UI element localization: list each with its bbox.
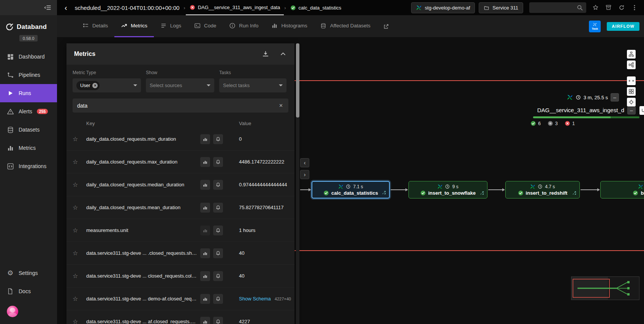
fit-width-icon[interactable] xyxy=(627,76,636,85)
collapse-left-icon[interactable]: ‹ xyxy=(300,158,309,167)
row-actions xyxy=(200,226,234,235)
metric-chart-button[interactable] xyxy=(200,317,210,324)
favorite-star-icon[interactable]: ☆ xyxy=(73,272,86,280)
favorite-star-icon[interactable]: ☆ xyxy=(73,158,86,165)
metric-alert-bell-button[interactable] xyxy=(213,226,223,235)
tasks-select[interactable]: Select tasks xyxy=(219,78,286,92)
metric-chart-button[interactable] xyxy=(200,157,210,167)
branch-icon xyxy=(381,190,386,195)
graph-minimap[interactable] xyxy=(571,276,639,300)
sidebar-item-docs[interactable]: Docs xyxy=(0,282,57,300)
metric-chart-button[interactable] xyxy=(200,180,210,190)
expand-right-icon[interactable]: › xyxy=(300,170,309,179)
global-search-input[interactable] xyxy=(532,5,574,11)
collapse-group-button[interactable]: – xyxy=(611,93,619,102)
airflow-badge-label: AIRFLOW xyxy=(612,24,635,29)
breadcrumb-dag[interactable]: DAG__service_311_aws_ingest_data xyxy=(186,0,284,15)
breadcrumb-run[interactable]: scheduled__2022-01-04T01:00:00+00:00 xyxy=(71,0,184,15)
tab-logs[interactable]: Logs xyxy=(154,15,188,37)
tab-run-info[interactable]: Run Info xyxy=(223,15,265,37)
metric-alert-bell-button[interactable] xyxy=(213,157,223,167)
scrollbar-thumb[interactable] xyxy=(296,43,299,118)
value-column-header: Value xyxy=(234,121,288,126)
favorite-star-icon[interactable]: ☆ xyxy=(73,181,86,188)
sidebar-item-integrations[interactable]: Integrations xyxy=(0,157,57,175)
refresh-icon[interactable] xyxy=(618,4,625,11)
metrics-search-field[interactable]: ✕ xyxy=(73,98,288,113)
metric-alert-bell-button[interactable] xyxy=(213,203,223,213)
menu-collapse-icon[interactable] xyxy=(44,4,52,11)
info-circle-icon xyxy=(229,22,236,29)
grid-view-icon[interactable] xyxy=(627,87,636,96)
dag-group-title[interactable]: DAG__service_311_aws_ingest_d xyxy=(537,107,624,113)
metric-row: ☆ data.service311.stg-deve ... af.closed… xyxy=(66,310,294,324)
project-button[interactable]: Service 311 xyxy=(479,2,523,13)
metric-type-select[interactable]: User ✕ xyxy=(73,78,141,92)
task-node-insert-to-redshift[interactable]: 4.7 s insert_to_redshift xyxy=(505,181,580,199)
chip-clear-icon[interactable]: ✕ xyxy=(92,83,98,88)
tab-histograms[interactable]: Histograms xyxy=(265,15,313,37)
airflow-task-badge[interactable]: Task xyxy=(589,21,601,32)
archive-box-icon[interactable] xyxy=(605,4,612,11)
breadcrumb-task[interactable]: calc_data_statistics xyxy=(286,0,345,15)
metric-alert-bell-button[interactable] xyxy=(213,248,223,258)
sidebar-item-settings[interactable]: ⚙ Settings xyxy=(0,264,57,282)
panel-scrollbar[interactable] xyxy=(296,43,299,324)
task-node-calc-data-statistics[interactable]: 7.1 s calc_data_statistics xyxy=(312,181,390,199)
metric-alert-bell-button[interactable] xyxy=(213,317,223,324)
metrics-search-input[interactable] xyxy=(77,103,278,109)
search-icon[interactable] xyxy=(576,4,583,11)
sources-select[interactable]: Select sources xyxy=(146,78,214,92)
edge-1-2 xyxy=(391,189,406,190)
kebab-menu-icon[interactable] xyxy=(631,4,638,11)
metric-chart-button[interactable] xyxy=(200,248,210,258)
user-avatar[interactable] xyxy=(7,306,18,317)
favorite-star-icon[interactable]: ☆ xyxy=(73,295,86,302)
tab-details[interactable]: Details xyxy=(76,15,114,37)
expand-corner-icon[interactable] xyxy=(639,106,644,115)
chevron-up-icon[interactable] xyxy=(279,50,287,58)
metric-alert-bell-button[interactable] xyxy=(213,180,223,190)
download-icon[interactable] xyxy=(262,50,269,58)
sidebar-item-datasets[interactable]: Datasets xyxy=(0,121,57,139)
task-node-insert-to-snowflake[interactable]: 9 s insert_to_snowflake xyxy=(408,181,487,199)
collapse-dag-button[interactable]: – xyxy=(627,106,636,114)
back-button[interactable]: ‹ xyxy=(61,0,71,15)
layout-horizontal-icon[interactable] xyxy=(627,60,636,69)
error-circle-icon xyxy=(190,5,195,10)
sidebar-item-dashboard[interactable]: Dashboard xyxy=(0,48,57,66)
sidebar-item-runs[interactable]: Runs xyxy=(0,84,57,102)
alerts-warning-icon xyxy=(6,108,14,115)
tab-metrics[interactable]: Metrics xyxy=(114,15,154,37)
environment-button[interactable]: stg-develop-demo-af xyxy=(411,2,475,13)
sidebar-item-pipelines[interactable]: Pipelines xyxy=(0,66,57,84)
show-schema-link[interactable]: Show Schema xyxy=(239,296,271,302)
metric-chart-button[interactable] xyxy=(200,203,210,213)
tab-affected-datasets[interactable]: Affected Datasets xyxy=(314,15,377,37)
clear-search-icon[interactable]: ✕ xyxy=(278,103,284,108)
sidebar-item-alerts[interactable]: Alerts 255 xyxy=(0,102,57,121)
airflow-source-badge[interactable]: AIRFLOW xyxy=(607,22,639,31)
favorite-star-icon[interactable]: ☆ xyxy=(73,249,86,257)
favorite-star-icon[interactable]: ☆ xyxy=(73,135,86,143)
metric-chart-button[interactable] xyxy=(200,226,210,235)
metric-chart-button[interactable] xyxy=(200,134,210,144)
star-icon[interactable] xyxy=(592,4,599,11)
center-focus-icon[interactable] xyxy=(627,98,636,106)
layout-vertical-icon[interactable] xyxy=(627,50,636,59)
task-node-partial[interactable]: bra xyxy=(600,181,644,199)
favorite-star-icon[interactable]: ☆ xyxy=(73,204,86,211)
metric-alert-bell-button[interactable] xyxy=(213,271,223,281)
favorite-star-icon[interactable]: ☆ xyxy=(73,227,86,234)
metric-key: data.service311.stg-deve ... .closed_req… xyxy=(86,250,200,256)
row-actions xyxy=(200,180,234,190)
metric-alert-bell-button[interactable] xyxy=(213,294,223,304)
external-link-icon[interactable] xyxy=(383,15,389,37)
global-search-field[interactable] xyxy=(529,2,586,13)
sidebar-item-metrics[interactable]: Metrics xyxy=(0,139,57,157)
metric-chart-button[interactable] xyxy=(200,294,210,304)
tab-code[interactable]: Code xyxy=(188,15,223,37)
favorite-star-icon[interactable]: ☆ xyxy=(73,318,86,324)
metric-chart-button[interactable] xyxy=(200,271,210,281)
metric-alert-bell-button[interactable] xyxy=(213,134,223,144)
